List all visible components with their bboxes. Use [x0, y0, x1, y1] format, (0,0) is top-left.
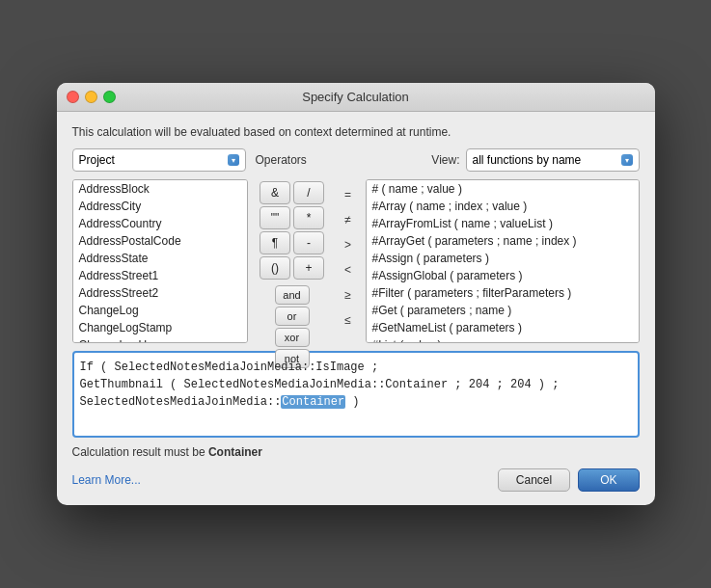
func-item[interactable]: #AssignGlobal ( parameters )	[367, 267, 639, 284]
top-row: Project ▾ Operators View: all functions …	[72, 148, 640, 172]
dialog-window: Specify Calculation This calculation wil…	[57, 83, 655, 505]
operators-panel: & / "" * ¶ - () + and	[254, 179, 331, 343]
func-item[interactable]: #List ( value )	[367, 336, 639, 343]
op-row-6: or	[275, 307, 310, 326]
eq-greater[interactable]: >	[344, 233, 351, 256]
op-parens[interactable]: ()	[260, 256, 290, 280]
learn-more-link[interactable]: Learn More...	[72, 473, 141, 487]
eq-greaterequal[interactable]: ≥	[344, 283, 351, 307]
view-row: View: all functions by name ▾	[431, 148, 639, 172]
op-paragraph[interactable]: ¶	[260, 231, 290, 254]
op-row-5: and	[275, 285, 310, 305]
op-row-7: xor	[275, 328, 310, 347]
field-item[interactable]: AddressStreet1	[73, 267, 247, 284]
op-row-2: "" *	[260, 206, 324, 229]
func-item[interactable]: #Get ( parameters ; name )	[367, 302, 639, 319]
cancel-button[interactable]: Cancel	[498, 468, 570, 492]
field-item[interactable]: ChangeLogUser	[73, 336, 247, 343]
ok-button[interactable]: OK	[578, 468, 639, 492]
field-item[interactable]: AddressCountry	[73, 215, 247, 232]
op-and[interactable]: and	[275, 285, 310, 305]
op-ampersand[interactable]: &	[260, 181, 290, 204]
minimize-button[interactable]	[85, 91, 97, 103]
result-value: Container	[208, 445, 262, 459]
op-row-3: ¶ -	[260, 231, 324, 254]
field-item[interactable]: AddressStreet2	[73, 284, 247, 302]
button-row: Cancel OK	[498, 468, 640, 492]
formula-highlight: Container	[281, 395, 345, 409]
bottom-row: Learn More... Cancel OK	[72, 468, 640, 492]
op-plus[interactable]: +	[293, 256, 324, 280]
project-select[interactable]: Project ▾	[72, 148, 246, 172]
field-item[interactable]: AddressState	[73, 250, 247, 267]
func-item[interactable]: # ( name ; value )	[367, 180, 639, 198]
view-select-arrow: ▾	[621, 154, 633, 166]
field-item[interactable]: AddressBlock	[73, 180, 247, 198]
formula-line3-post: )	[345, 395, 359, 409]
op-divide[interactable]: /	[293, 181, 324, 204]
project-select-arrow: ▾	[228, 154, 239, 166]
close-button[interactable]	[67, 91, 79, 103]
maximize-button[interactable]	[103, 91, 116, 103]
functions-panel[interactable]: # ( name ; value ) #Array ( name ; index…	[366, 179, 640, 343]
op-xor[interactable]: xor	[275, 328, 310, 347]
eq-less[interactable]: <	[344, 258, 351, 281]
func-item[interactable]: #Array ( name ; index ; value )	[367, 198, 639, 215]
eq-equals[interactable]: =	[344, 183, 351, 206]
formula-line3-pre: SelectedNotesMediaJoinMedia::	[80, 395, 282, 409]
field-item[interactable]: ChangeLogStamp	[73, 319, 247, 336]
func-item[interactable]: #Filter ( parameters ; filterParameters …	[367, 284, 639, 302]
main-panels: AddressBlock AddressCity AddressCountry …	[72, 179, 640, 343]
func-item[interactable]: #ArrayGet ( parameters ; name ; index )	[367, 232, 639, 250]
op-minus[interactable]: -	[293, 231, 324, 254]
fields-panel[interactable]: AddressBlock AddressCity AddressCountry …	[72, 179, 248, 343]
formula-editor[interactable]: If ( SelectedNotesMediaJoinMedia::IsImag…	[72, 351, 640, 438]
result-prefix: Calculation result must be	[72, 445, 205, 459]
op-quotes[interactable]: ""	[260, 206, 290, 229]
window-controls	[67, 91, 116, 103]
formula-line2: GetThumbnail ( SelectedNotesMediaJoinMed…	[80, 378, 560, 391]
func-item[interactable]: #GetNameList ( parameters )	[367, 319, 639, 336]
project-select-value: Project	[79, 153, 115, 167]
description-text: This calculation will be evaluated based…	[72, 125, 640, 139]
result-text: Calculation result must be Container	[72, 445, 640, 459]
eq-notequal[interactable]: ≠	[344, 208, 351, 231]
eq-lessequal[interactable]: ≤	[344, 308, 351, 332]
view-select[interactable]: all functions by name ▾	[466, 148, 640, 172]
op-or[interactable]: or	[275, 307, 310, 326]
operators-label: Operators	[256, 153, 307, 167]
func-item[interactable]: #Assign ( parameters )	[367, 250, 639, 267]
op-row-4: () +	[260, 256, 324, 280]
view-select-value: all functions by name	[473, 153, 582, 167]
field-item[interactable]: AddressPostalCode	[73, 232, 247, 250]
dialog-title: Specify Calculation	[302, 90, 409, 104]
formula-line1: If ( SelectedNotesMediaJoinMedia::IsImag…	[80, 361, 379, 374]
dialog-content: This calculation will be evaluated based…	[57, 112, 655, 505]
field-item[interactable]: ChangeLog	[73, 302, 247, 319]
op-multiply[interactable]: *	[293, 206, 324, 229]
field-item[interactable]: AddressCity	[73, 198, 247, 215]
title-bar: Specify Calculation	[57, 83, 655, 112]
view-label: View:	[431, 153, 459, 167]
equals-panel: = ≠ > < ≥ ≤	[337, 179, 360, 343]
func-item[interactable]: #ArrayFromList ( name ; valueList )	[367, 215, 639, 232]
op-row-1: & /	[260, 181, 324, 204]
